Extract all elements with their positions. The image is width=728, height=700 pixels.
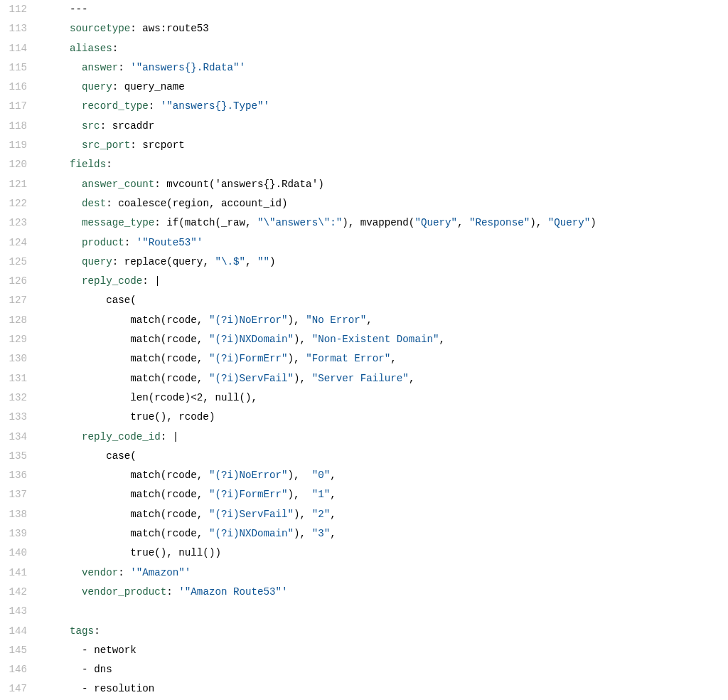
line-number-gutter: 1121131141151161171181191201211221231241…	[0, 0, 46, 699]
token-punc: :	[149, 100, 161, 112]
code-line[interactable]: vendor_product: '"Amazon Route53"'	[46, 583, 728, 602]
token-dark: srcaddr	[112, 120, 155, 132]
token-dark: )	[269, 256, 276, 267]
code-line[interactable]: answer: '"answers{}.Rdata"'	[46, 58, 728, 78]
line-number: 114	[7, 39, 27, 58]
token-punc: : |	[142, 275, 161, 287]
token-str: "(?i)ServFail"	[209, 509, 294, 520]
code-line[interactable]: reply_code_id: |	[46, 428, 728, 447]
token-str: "\"answers\":"	[257, 217, 342, 228]
line-number: 139	[7, 524, 27, 543]
line-number: 143	[7, 602, 27, 621]
token-dark: match(rcode,	[130, 373, 209, 384]
line-number: 134	[7, 428, 27, 447]
code-line[interactable]: aliases:	[46, 39, 728, 58]
code-line[interactable]: match(rcode, "(?i)FormErr"), "Format Err…	[46, 349, 728, 368]
code-line[interactable]: - network	[46, 641, 728, 660]
code-line[interactable]: match(rcode, "(?i)ServFail"), "Server Fa…	[46, 369, 728, 388]
code-line[interactable]: true(), null())	[46, 543, 728, 563]
token-dark: ),	[288, 353, 306, 364]
token-punc: ---	[70, 4, 88, 15]
code-line[interactable]: query: replace(query, "\.$", "")	[46, 253, 728, 272]
code-line[interactable]: product: '"Route53"'	[46, 233, 728, 253]
token-dark: ),	[294, 528, 312, 539]
code-line[interactable]: match(rcode, "(?i)NXDomain"), "3",	[46, 524, 728, 543]
code-line[interactable]: message_type: if(match(_raw, "\"answers\…	[46, 213, 728, 233]
token-punc: :	[130, 139, 142, 151]
line-number: 141	[7, 563, 27, 583]
token-dark: len(rcode)<2, null(),	[130, 392, 257, 403]
token-dark: replace(query,	[124, 256, 215, 267]
token-key: sourcetype	[70, 23, 130, 34]
token-dark: ),	[294, 373, 312, 384]
code-line[interactable]: match(rcode, "(?i)NXDomain"), "Non-Exist…	[46, 330, 728, 349]
line-number: 135	[7, 447, 27, 466]
token-dark: match(rcode,	[130, 509, 209, 520]
token-dark: resolution	[94, 683, 154, 694]
token-punc: :	[112, 43, 119, 54]
code-line[interactable]: true(), rcode)	[46, 408, 728, 427]
code-line[interactable]: - dns	[46, 660, 728, 679]
token-key: message_type	[82, 217, 154, 228]
code-line[interactable]: query: query_name	[46, 78, 728, 97]
line-number: 147	[7, 679, 27, 699]
line-number: 130	[7, 349, 27, 368]
token-str: "Query"	[414, 217, 457, 228]
line-number: 145	[7, 641, 27, 660]
token-str: "(?i)NoError"	[209, 314, 288, 326]
code-line[interactable]: reply_code: |	[46, 272, 728, 291]
code-line[interactable]: ---	[46, 0, 728, 19]
line-number: 129	[7, 330, 27, 349]
code-line[interactable]	[46, 602, 728, 621]
code-line[interactable]: - resolution	[46, 679, 728, 699]
token-key: tags	[70, 625, 94, 637]
code-line[interactable]: match(rcode, "(?i)FormErr"), "1",	[46, 485, 728, 504]
code-line[interactable]: len(rcode)<2, null(),	[46, 388, 728, 408]
line-number: 127	[7, 291, 27, 310]
line-number: 124	[7, 233, 27, 253]
code-line[interactable]: match(rcode, "(?i)NoError"), "0",	[46, 466, 728, 485]
token-punc: :	[118, 567, 130, 578]
code-line[interactable]: case(	[46, 291, 728, 310]
token-dark: query_name	[124, 81, 185, 92]
token-dark: ,	[245, 256, 257, 267]
code-line[interactable]: match(rcode, "(?i)ServFail"), "2",	[46, 505, 728, 524]
token-key: record_type	[82, 100, 149, 112]
code-line[interactable]: fields:	[46, 155, 728, 174]
token-str: "Query"	[548, 217, 591, 228]
token-key: vendor	[82, 567, 118, 578]
line-number: 113	[7, 19, 27, 38]
line-number: 119	[7, 136, 27, 155]
token-punc: -	[82, 645, 94, 656]
token-key: src_port	[82, 139, 130, 151]
code-line[interactable]: src_port: srcport	[46, 136, 728, 155]
token-key: reply_code_id	[82, 431, 161, 442]
token-dark: match(rcode,	[130, 528, 209, 539]
code-line[interactable]: src: srcaddr	[46, 117, 728, 136]
token-dark: ,	[330, 470, 336, 481]
token-dark: ,	[457, 217, 469, 228]
token-str: "3"	[312, 528, 331, 539]
code-line[interactable]: case(	[46, 447, 728, 466]
token-str: '"Amazon"'	[130, 567, 191, 578]
code-line[interactable]: tags:	[46, 622, 728, 641]
code-line[interactable]: answer_count: mvcount('answers{}.Rdata')	[46, 175, 728, 194]
code-line[interactable]: dest: coalesce(region, account_id)	[46, 194, 728, 213]
token-key: query	[82, 81, 112, 92]
token-dark: aws:route53	[142, 23, 209, 34]
token-punc: :	[154, 217, 166, 228]
line-number: 120	[7, 155, 27, 174]
code-line[interactable]: vendor: '"Amazon"'	[46, 563, 728, 583]
token-str: "Format Error"	[306, 353, 390, 364]
token-str: "(?i)ServFail"	[209, 373, 294, 384]
token-str: '"Amazon Route53"'	[178, 586, 287, 598]
line-number: 117	[7, 97, 27, 116]
token-dark: ,	[366, 314, 373, 326]
token-key: src	[82, 120, 100, 132]
code-line[interactable]: record_type: '"answers{}.Type"'	[46, 97, 728, 116]
code-line[interactable]: match(rcode, "(?i)NoError"), "No Error",	[46, 311, 728, 330]
token-punc: :	[94, 625, 100, 637]
code-line[interactable]: sourcetype: aws:route53	[46, 19, 728, 38]
code-content[interactable]: --- sourcetype: aws:route53 aliases: ans…	[46, 0, 728, 699]
token-dark: ,	[330, 528, 336, 539]
